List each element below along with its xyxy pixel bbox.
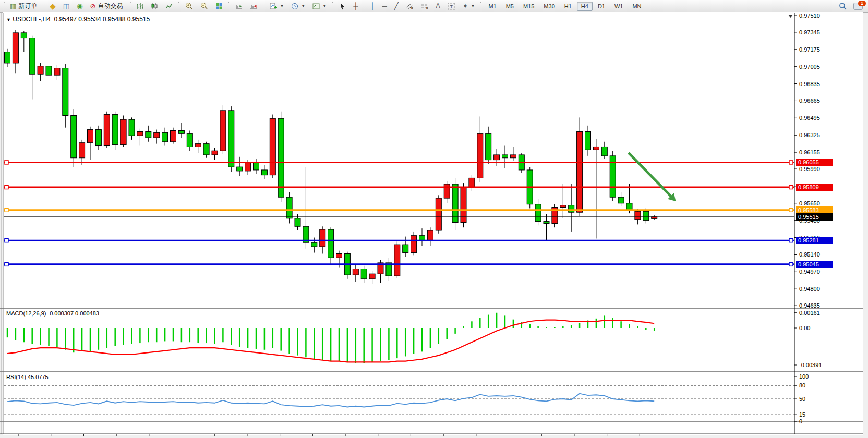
text-label-button[interactable]: T <box>444 1 459 12</box>
timeframe-h1[interactable]: H1 <box>560 2 576 11</box>
candle <box>38 66 43 74</box>
candle <box>486 133 491 160</box>
collapse-triangle-icon[interactable]: ▼ <box>6 17 11 22</box>
chat-icon[interactable]: 1 <box>853 3 863 10</box>
candle <box>320 229 326 247</box>
templates-button[interactable]: ▼ <box>309 1 330 12</box>
candle <box>270 118 275 175</box>
broadcast-icon: ◉ <box>77 3 82 9</box>
price-tick-label: 0.94800 <box>799 286 820 292</box>
candle <box>29 38 35 75</box>
macd-tick-label: 0.00161 <box>799 310 820 316</box>
price-level-badge: 0.95809 <box>796 184 833 191</box>
price-level-badge: 0.95045 <box>796 261 833 268</box>
candle <box>336 253 342 258</box>
tile-windows-button[interactable] <box>212 1 226 12</box>
svg-text:E: E <box>411 7 413 10</box>
candle <box>54 68 60 76</box>
separator <box>228 2 230 10</box>
candle <box>137 131 143 136</box>
candle <box>63 68 68 116</box>
candle <box>353 269 358 275</box>
auto-trading-label: 自动交易 <box>98 2 123 10</box>
indicator-add-icon <box>270 3 277 10</box>
notification-badge: 1 <box>858 1 866 6</box>
crosshair-button[interactable]: ┼ <box>350 1 361 12</box>
separator <box>332 2 333 10</box>
line-handle[interactable] <box>789 186 793 189</box>
timeframe-m5[interactable]: M5 <box>502 2 518 11</box>
candle <box>328 229 334 258</box>
separator <box>178 2 179 10</box>
price-tick-label: 0.96665 <box>799 98 820 104</box>
candle <box>13 33 18 63</box>
candle <box>369 274 375 279</box>
vertical-line-button[interactable]: │ <box>367 1 378 12</box>
candle <box>178 131 184 134</box>
timeframe-m30[interactable]: M30 <box>539 2 559 11</box>
candle <box>203 144 209 155</box>
candle <box>535 204 541 222</box>
timeframe-mn[interactable]: MN <box>628 2 645 11</box>
channel-button[interactable]: E <box>403 1 417 12</box>
timeframe-w1[interactable]: W1 <box>610 2 628 11</box>
chart-shift-button[interactable] <box>247 1 260 12</box>
timeframe-m1[interactable]: M1 <box>484 2 500 11</box>
candle <box>278 118 284 197</box>
search-icon[interactable] <box>839 2 847 10</box>
clock-icon <box>291 3 298 10</box>
chart-shift-icon <box>250 3 257 10</box>
candle <box>5 52 10 63</box>
candle <box>577 131 583 212</box>
candle <box>643 211 649 220</box>
line-handle[interactable] <box>5 161 8 164</box>
candlestick-chart-button[interactable] <box>148 1 161 12</box>
line-handle[interactable] <box>5 208 8 212</box>
gold-tag-icon: ◆ <box>50 3 56 9</box>
line-handle[interactable] <box>789 208 793 212</box>
bar-chart-button[interactable] <box>133 1 147 12</box>
candle <box>162 132 168 141</box>
zoom-in-button[interactable] <box>182 1 196 12</box>
candle <box>46 66 52 75</box>
timeframe-h4[interactable]: H4 <box>577 2 593 11</box>
low-value: 0.95488 <box>103 16 125 23</box>
line-handle[interactable] <box>789 262 793 266</box>
svg-text:T: T <box>450 4 453 9</box>
signals-button[interactable]: ◉ <box>74 1 86 12</box>
candle <box>88 130 93 143</box>
arrows-button[interactable]: ✦ ▼ <box>460 1 478 12</box>
candle <box>403 245 408 252</box>
line-handle[interactable] <box>5 186 8 189</box>
line-handle[interactable] <box>5 262 8 266</box>
line-handle[interactable] <box>5 239 8 242</box>
trendline-button[interactable]: ╱ <box>391 1 402 12</box>
market-watch-button[interactable]: ◫ <box>60 1 73 12</box>
horizontal-line-button[interactable]: ─ <box>379 1 390 12</box>
new-order-icon: ▦ <box>10 3 16 9</box>
fibonacci-button[interactable]: F <box>418 1 432 12</box>
candlestick-chart-icon <box>151 3 158 10</box>
timeframe-d1[interactable]: D1 <box>594 2 609 11</box>
zoom-out-button[interactable] <box>197 1 211 12</box>
gold-tag-button[interactable]: ◆ <box>46 1 59 12</box>
line-chart-button[interactable] <box>162 1 176 12</box>
mt4-window: ▦ 新订单 ◆ ◫ ◉ ⊘ 自动交易 <box>0 0 868 438</box>
new-order-button[interactable]: ▦ 新订单 <box>7 1 40 12</box>
indicators-button[interactable]: ▼ <box>267 1 287 12</box>
price-tick-label: 0.97005 <box>799 64 820 70</box>
equidistant-channel-icon: E <box>406 3 414 10</box>
text-button[interactable]: A <box>433 1 443 12</box>
line-handle[interactable] <box>789 161 793 164</box>
close-value: 0.95515 <box>127 16 150 23</box>
macd-values: -0.000307 0.000483 <box>47 310 99 317</box>
line-handle[interactable] <box>789 239 793 242</box>
auto-trading-button[interactable]: ⊘ 自动交易 <box>87 1 126 12</box>
candle <box>569 205 574 213</box>
auto-scroll-button[interactable] <box>232 1 246 12</box>
timeframe-m15[interactable]: M15 <box>519 2 538 11</box>
cursor-button[interactable] <box>336 1 349 12</box>
chart-canvas[interactable] <box>0 12 868 438</box>
periods-button[interactable]: ▼ <box>288 1 308 12</box>
toolbar-grip <box>2 2 5 10</box>
